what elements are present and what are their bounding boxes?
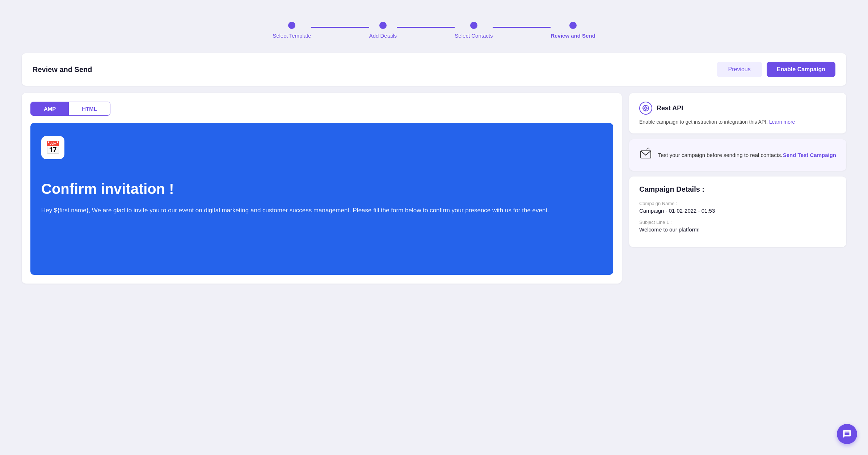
step-review-send: Review and Send (551, 22, 595, 39)
tab-switcher: AMP HTML (30, 102, 110, 116)
step-label-1: Select Template (273, 33, 311, 39)
email-preview-body: Hey ${first name}, We are glad to invite… (41, 205, 602, 226)
right-panel: Rest API Enable campaign to get instruct… (629, 93, 846, 247)
stepper: Select Template Add Details Select Conta… (22, 11, 846, 53)
email-preview: 📅 Confirm invitation ! Hey ${first name}… (30, 123, 613, 275)
step-circle-2 (379, 22, 387, 29)
step-label-4: Review and Send (551, 33, 595, 39)
email-preview-title: Confirm invitation ! (41, 181, 602, 197)
subject-line-value: Welcome to our platform! (639, 226, 836, 233)
campaign-details-title: Campaign Details : (639, 185, 836, 194)
rest-api-description: Enable campaign to get instruction to in… (639, 119, 836, 125)
test-campaign-left: Test your campaign before sending to rea… (639, 147, 783, 163)
step-circle-4 (569, 22, 577, 29)
chat-widget[interactable] (837, 424, 857, 444)
learn-more-link[interactable]: Learn more (769, 119, 795, 125)
enable-campaign-button[interactable]: Enable Campaign (767, 62, 835, 77)
calendar-icon: 📅 (41, 136, 64, 159)
previous-button[interactable]: Previous (717, 62, 762, 77)
campaign-name-label: Campaign Name : (639, 201, 836, 206)
step-select-template: Select Template (273, 22, 311, 39)
step-circle-1 (288, 22, 295, 29)
main-content: AMP HTML 📅 Confirm invitation ! Hey ${fi… (22, 93, 846, 284)
step-circle-3 (470, 22, 477, 29)
tab-html[interactable]: HTML (69, 102, 110, 115)
svg-point-1 (645, 107, 647, 109)
send-test-campaign-link[interactable]: Send Test Campaign (783, 152, 836, 158)
tab-amp[interactable]: AMP (31, 102, 69, 115)
rest-api-header: Rest API (639, 102, 836, 115)
step-connector-3 (493, 27, 551, 28)
api-icon (639, 102, 652, 115)
step-connector-2 (397, 27, 455, 28)
rest-api-card: Rest API Enable campaign to get instruct… (629, 93, 846, 133)
subject-line-label: Subject Line 1 : (639, 220, 836, 225)
page-title: Review and Send (33, 65, 92, 74)
step-connector-1 (311, 27, 369, 28)
left-panel: AMP HTML 📅 Confirm invitation ! Hey ${fi… (22, 93, 622, 284)
step-label-2: Add Details (369, 33, 397, 39)
envelope-icon (639, 147, 652, 163)
step-add-details: Add Details (369, 22, 397, 39)
header-card: Review and Send Previous Enable Campaign (22, 53, 846, 86)
rest-api-title: Rest API (657, 105, 683, 112)
header-actions: Previous Enable Campaign (717, 62, 836, 77)
svg-line-8 (649, 148, 649, 149)
campaign-name-value: Campaign - 01-02-2022 - 01:53 (639, 208, 836, 214)
svg-line-7 (646, 148, 649, 149)
test-campaign-card: Test your campaign before sending to rea… (629, 139, 846, 171)
test-campaign-text: Test your campaign before sending to rea… (658, 152, 783, 158)
campaign-details-card: Campaign Details : Campaign Name : Campa… (629, 177, 846, 247)
step-label-3: Select Contacts (455, 33, 493, 39)
step-select-contacts: Select Contacts (455, 22, 493, 39)
